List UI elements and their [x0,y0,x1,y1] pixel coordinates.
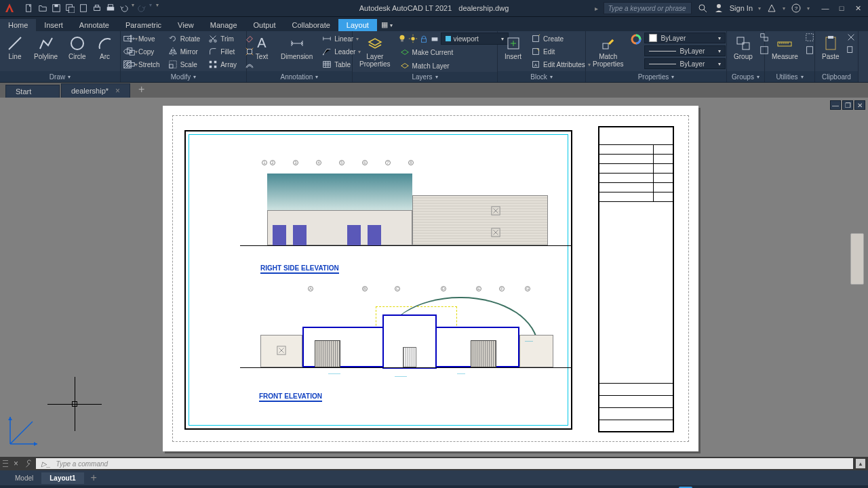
color-dropdown[interactable]: ByLayer▾ [644,33,726,43]
copy-clip-icon[interactable] [846,45,856,55]
file-tab[interactable]: dealership*× [61,83,130,98]
close-tab-icon[interactable]: × [115,86,120,96]
tab-layout[interactable]: Layout [338,19,377,31]
lineweight-dropdown[interactable]: ByLayer▾ [644,45,726,56]
tab-manage[interactable]: Manage [202,19,245,31]
panel-properties: Match Properties ByLayer▾ ByLayer▾ ByLay… [586,31,727,82]
xref-missing-icon [277,346,286,355]
select-icon[interactable] [805,33,814,42]
bulb-icon[interactable] [397,34,407,43]
tab-parametric[interactable]: Parametric [117,19,170,31]
svg-rect-26 [214,61,217,64]
trim-button[interactable]: Trim [205,33,239,45]
rotate-button[interactable]: Rotate [165,33,203,45]
tab-view[interactable]: View [170,19,202,31]
plot-layer-icon[interactable] [430,34,439,43]
command-grip-icon[interactable] [3,459,8,468]
qat-customize-icon[interactable]: ▾ [156,2,159,14]
edit-attributes-button[interactable]: AEdit Attributes▾ [528,58,593,70]
sun-icon[interactable] [408,34,418,43]
maximize-button[interactable]: □ [837,3,846,13]
array-button[interactable]: Array [205,58,239,70]
edit-block-button[interactable]: Edit [528,45,593,58]
circle-button[interactable]: Circle [64,33,90,62]
share-arrow-icon[interactable]: ▸ [595,5,598,12]
paste-button[interactable]: Paste [818,33,844,62]
signin-dropdown-icon[interactable]: ▾ [758,5,761,12]
child-restore-button[interactable]: ❐ [842,100,853,110]
calculator-icon[interactable] [805,45,814,55]
infocenter-search[interactable]: Type a keyword or phrase [604,2,692,14]
signin-label[interactable]: Sign In [730,4,753,12]
move-button[interactable]: Move [123,33,163,45]
tab-annotate[interactable]: Annotate [71,19,117,31]
search-icon[interactable] [697,3,708,14]
mirror-button[interactable]: Mirror [165,45,203,58]
front-elevation: A B C D E F G ——— ——— —— —— [240,286,572,388]
layout1-tab[interactable]: Layout1 [41,472,83,484]
polyline-button[interactable]: Polyline [30,33,62,62]
dimension-button[interactable]: Dimension [277,33,317,62]
minimize-button[interactable]: — [821,3,830,13]
save-icon[interactable] [50,2,62,14]
command-close-button[interactable]: × [11,459,21,468]
help-icon[interactable]: ? [791,3,802,14]
arc-button[interactable]: Arc [93,33,117,62]
line-button[interactable]: Line [3,33,27,62]
start-tab[interactable]: Start [5,85,60,98]
add-tab-button[interactable]: + [132,81,151,98]
tab-insert[interactable]: Insert [36,19,71,31]
create-block-button[interactable]: Create [528,33,593,45]
color-wheel-icon[interactable] [631,33,642,45]
insert-button[interactable]: Insert [500,33,526,62]
layout-tabs: Model Layout1 + [0,470,868,485]
app-logo[interactable] [0,0,19,16]
layer-properties-button[interactable]: Layer Properties [355,33,395,69]
tab-home[interactable]: Home [0,19,36,31]
layout-viewport[interactable]: 1 2 3 4 5 6 7 8 RIGHT SIDE ELEVATION [184,130,572,430]
text-button[interactable]: AText [250,33,274,62]
ribbon-tabs: Home Insert Annotate Parametric View Man… [0,16,868,31]
elevation-label-2: FRONT ELEVATION [259,392,322,402]
command-input[interactable]: ▷_ Type a command [36,458,853,469]
lock-icon[interactable] [419,34,429,43]
print-icon[interactable] [104,2,117,14]
command-history-button[interactable]: ▲ [856,459,865,468]
right-side-elevation: 1 2 3 4 5 6 7 8 [240,160,572,248]
child-close-button[interactable]: ✕ [854,100,865,110]
copy-button[interactable]: Copy [123,45,163,58]
add-layout-button[interactable]: + [84,470,104,486]
redo-icon[interactable] [136,2,148,14]
open-icon[interactable] [37,2,49,14]
drawing-canvas[interactable]: — ❐ ✕ 1 2 3 4 [0,98,868,457]
plot-preview-icon[interactable] [77,2,90,14]
measure-button[interactable]: Measure [768,33,802,62]
plot-icon[interactable] [91,2,103,14]
user-icon[interactable] [713,3,724,14]
model-tab[interactable]: Model [7,472,41,484]
child-minimize-button[interactable]: — [830,100,841,110]
saveas-icon[interactable] [64,2,76,14]
tab-collaborate[interactable]: Collaborate [284,19,338,31]
make-current-button[interactable]: Make Current [397,46,509,58]
match-layer-button[interactable]: Match Layer [397,60,509,72]
fillet-button[interactable]: Fillet [205,45,239,58]
scale-button[interactable]: Scale [165,58,203,70]
ucs-icon[interactable] [7,413,41,450]
tab-addin-icon[interactable]: ▦ ▾ [377,18,397,31]
redo-dropdown-icon[interactable]: ▾ [149,2,152,14]
close-button[interactable]: ✕ [853,3,863,13]
cut-icon[interactable] [846,33,856,42]
stretch-button[interactable]: Stretch [123,58,163,70]
undo-icon[interactable] [118,2,130,14]
navigation-bar[interactable] [850,233,864,285]
linetype-dropdown[interactable]: ByLayer▾ [644,58,726,69]
new-icon[interactable] [23,2,35,14]
svg-text:A: A [534,62,538,67]
tab-output[interactable]: Output [245,19,284,31]
match-properties-button[interactable]: Match Properties [589,33,628,69]
command-customize-icon[interactable] [24,459,33,468]
undo-dropdown-icon[interactable]: ▾ [132,2,134,14]
app-exchange-icon[interactable] [766,3,777,14]
group-button[interactable]: Group [730,33,757,62]
